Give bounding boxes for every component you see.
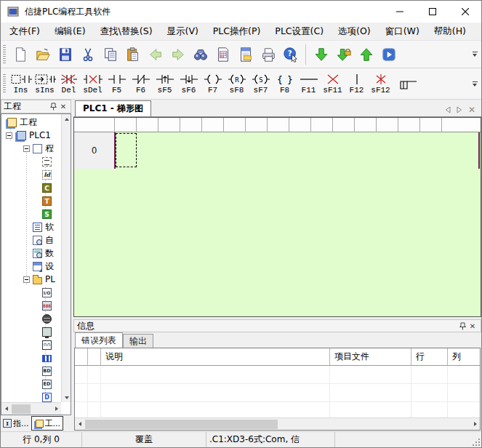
rising-pulse-button[interactable]: sF5: [153, 70, 177, 97]
find-button[interactable]: [189, 44, 212, 65]
tree-item[interactable]: [1, 351, 61, 364]
open-contact-button[interactable]: F5: [105, 70, 129, 97]
ladder-selection-cursor[interactable]: [116, 133, 137, 167]
paste-button[interactable]: [121, 44, 144, 65]
menu-view[interactable]: 显示(V): [160, 23, 206, 41]
tab-output[interactable]: 输出: [123, 334, 153, 348]
pin-icon[interactable]: [48, 102, 58, 112]
tree-item[interactable]: [1, 155, 61, 168]
download-to-plc-button[interactable]: [310, 44, 332, 65]
tree-item-PL[interactable]: PL: [1, 273, 61, 286]
tree-item-工程[interactable]: 工程: [1, 116, 61, 129]
scroll-left-button[interactable]: [1, 404, 11, 414]
insert-row-button[interactable]: sIns: [33, 70, 57, 97]
tree-item[interactable]: C: [1, 181, 61, 194]
tree-item[interactable]: [1, 325, 61, 338]
ladder-editor[interactable]: 0: [73, 117, 481, 317]
menu-help[interactable]: 帮助(H): [427, 23, 473, 41]
tab-error-list[interactable]: 错误列表: [75, 332, 123, 348]
open-file-button[interactable]: [31, 44, 54, 65]
tree-vertical-scrollbar[interactable]: [61, 114, 71, 402]
scroll-tabs-left-icon[interactable]: [445, 106, 451, 113]
maximize-button[interactable]: [416, 1, 449, 23]
menu-file[interactable]: 文件(F): [2, 23, 47, 41]
reset-coil-button[interactable]: RsF8: [225, 70, 249, 97]
tree-expander-icon[interactable]: [23, 145, 30, 152]
minimize-button[interactable]: [383, 1, 416, 23]
ladder-block-button[interactable]: [393, 70, 423, 97]
navigate-back-button[interactable]: [144, 44, 166, 65]
tab-instructions[interactable]: I指...: [1, 416, 31, 431]
menu-window[interactable]: 窗口(W): [378, 23, 427, 41]
tree-item-程[interactable]: 程: [1, 142, 61, 155]
tree-item-数[interactable]: 数: [1, 247, 61, 260]
menu-edit[interactable]: 编辑(E): [47, 23, 93, 41]
resize-grip[interactable]: [472, 438, 481, 447]
insert-cell-button[interactable]: Ins: [9, 70, 33, 97]
output-window-button[interactable]: [234, 44, 257, 65]
info-horizontal-scrollbar[interactable]: [75, 417, 480, 430]
scroll-right-button[interactable]: [470, 420, 480, 429]
tab-project[interactable]: 工...: [31, 416, 64, 431]
toolbar-grip[interactable]: [3, 74, 6, 93]
tree-item-PLC1[interactable]: PLC1: [1, 129, 61, 142]
scrollbar-thumb[interactable]: [85, 420, 278, 429]
menu-options[interactable]: 选项(O): [331, 23, 378, 41]
falling-pulse-button[interactable]: sF6: [177, 70, 201, 97]
delete-cell-button[interactable]: Del: [57, 70, 81, 97]
download-secure-button[interactable]: [332, 44, 355, 65]
scrollbar-thumb[interactable]: [12, 404, 31, 414]
close-panel-icon[interactable]: ✕: [58, 102, 68, 112]
tree-item[interactable]: D: [1, 391, 61, 402]
ladder-canvas[interactable]: [74, 169, 481, 316]
cut-button[interactable]: [76, 44, 99, 65]
tree-item[interactable]: S: [1, 207, 61, 220]
horizontal-line-button[interactable]: F11: [297, 70, 321, 97]
toolbar-overflow-button[interactable]: [470, 44, 480, 65]
delete-vertical-line-button[interactable]: sF12: [369, 70, 393, 97]
toolbar-grip[interactable]: [3, 45, 6, 64]
close-document-icon[interactable]: ✕: [468, 106, 475, 113]
ladder-row-0-canvas[interactable]: [114, 132, 481, 169]
tree-item[interactable]: ∩∩: [1, 338, 61, 351]
comment-editor-button[interactable]: [212, 44, 234, 65]
tree-expander-icon[interactable]: [6, 132, 12, 139]
pin-icon[interactable]: [457, 321, 467, 331]
tree-item-软[interactable]: 软: [1, 220, 61, 233]
error-table-body[interactable]: [75, 366, 480, 417]
upload-from-plc-button[interactable]: [355, 44, 377, 65]
tree-horizontal-scrollbar[interactable]: [1, 402, 61, 415]
menu-find-replace[interactable]: 查找\替换(S): [93, 23, 160, 41]
output-coil-button[interactable]: F7: [201, 70, 225, 97]
tree-item-设[interactable]: 设: [1, 260, 61, 273]
vertical-line-button[interactable]: F12: [345, 70, 369, 97]
tree-item[interactable]: [1, 312, 61, 325]
tree-item-自[interactable]: 自: [1, 233, 61, 247]
menu-plc-settings[interactable]: PLC设置(C): [268, 23, 331, 41]
new-file-button[interactable]: [9, 44, 31, 65]
copy-button[interactable]: [99, 44, 121, 65]
menu-plc-operate[interactable]: PLC操作(P): [206, 23, 268, 41]
scroll-left-button[interactable]: [75, 420, 84, 429]
tab-ladder-diagram[interactable]: PLC1 - 梯形图: [75, 100, 151, 116]
delete-row-button[interactable]: sDel: [81, 70, 105, 97]
print-button[interactable]: [257, 44, 279, 65]
function-block-button[interactable]: {}F8: [273, 70, 297, 97]
tree-item[interactable]: I/O: [1, 286, 61, 299]
tree-item[interactable]: 888: [1, 299, 61, 312]
run-monitor-button[interactable]: [377, 44, 400, 65]
delete-horizontal-line-button[interactable]: sF11: [321, 70, 345, 97]
tree-item[interactable]: T: [1, 194, 61, 207]
tree-expander-icon[interactable]: [23, 276, 30, 283]
toolbar-overflow-button[interactable]: [470, 73, 480, 95]
tree-item[interactable]: ld: [1, 168, 61, 181]
close-button[interactable]: [449, 1, 481, 23]
save-button[interactable]: [54, 44, 76, 65]
tree-item[interactable]: BD: [1, 364, 61, 377]
scroll-right-button[interactable]: [52, 404, 61, 414]
tree-item[interactable]: ED: [1, 377, 61, 391]
close-panel-icon[interactable]: ✕: [467, 321, 478, 331]
help-button[interactable]: ?: [279, 44, 302, 65]
scroll-up-button[interactable]: [62, 114, 71, 124]
set-coil-button[interactable]: SsF7: [249, 70, 273, 97]
